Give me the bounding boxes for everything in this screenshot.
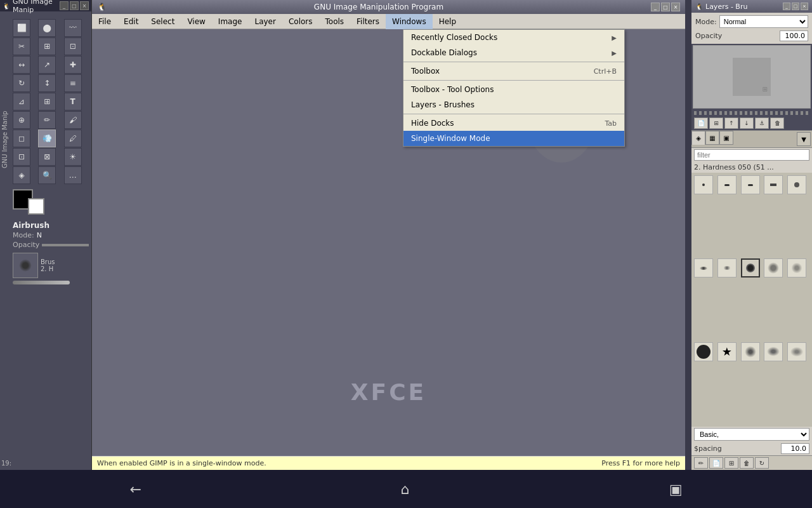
right-panel-maximize[interactable]: □ [792, 3, 799, 10]
gimp-maximize-button[interactable]: □ [661, 3, 670, 11]
tool-rect-select[interactable]: ⬜ [13, 19, 30, 37]
tool-ellipse-select[interactable]: ⬤ [38, 19, 56, 37]
windows-menu-layers-brushes[interactable]: Layers - Brushes [403, 97, 624, 112]
layer-duplicate-button[interactable]: ⊞ [709, 117, 723, 129]
menu-file[interactable]: File [92, 14, 117, 29]
tool-fuzzy-select[interactable]: ⊞ [38, 37, 56, 55]
tool-shear[interactable]: ≡ [64, 74, 82, 92]
brush-cell-10[interactable] [787, 258, 806, 277]
brush-cell-2[interactable] [717, 175, 737, 194]
menu-tools[interactable]: Tools [319, 14, 351, 29]
menu-windows[interactable]: Windows [386, 14, 433, 29]
tool-crop[interactable]: ✚ [64, 56, 82, 74]
toolbox-minimize-button[interactable]: _ [60, 1, 69, 10]
spacing-value[interactable]: 10.0 [781, 443, 809, 454]
brush-cell-12[interactable]: ★ [717, 342, 737, 361]
tool-heal[interactable]: ⊠ [38, 148, 56, 166]
right-panel-close[interactable]: × [801, 3, 808, 10]
tool-zoom[interactable]: 🔍 [38, 166, 56, 184]
layer-anchor-button[interactable]: ⚓ [755, 117, 769, 129]
tool-eraser[interactable]: ◻ [13, 130, 30, 147]
tool-more[interactable]: … [64, 166, 82, 184]
brush-cell-5[interactable] [787, 175, 806, 194]
brush-size-slider[interactable] [13, 281, 70, 284]
brush-cell-4[interactable] [764, 175, 783, 194]
brush-cell-14[interactable] [764, 342, 783, 361]
windows-menu-recently-closed[interactable]: Recently Closed Docks ▶ [403, 30, 624, 45]
right-panel-minimize[interactable]: _ [783, 3, 790, 10]
brush-cell-9[interactable] [764, 258, 783, 277]
opacity-slider[interactable] [42, 244, 89, 246]
tool-ink[interactable]: 🖊 [64, 130, 82, 147]
tool-smudge[interactable]: ◈ [13, 166, 30, 184]
brush-cell-7[interactable] [717, 258, 737, 277]
layer-down-button[interactable]: ↓ [740, 117, 754, 129]
menu-colors[interactable]: Colors [282, 14, 319, 29]
brushes-tab-options[interactable]: ▼ [797, 132, 811, 146]
brush-cell-8-selected[interactable] [741, 258, 760, 277]
layer-up-button[interactable]: ↑ [724, 117, 738, 129]
background-color[interactable] [28, 198, 44, 215]
brush-refresh-button[interactable]: ↻ [755, 457, 769, 469]
menu-help[interactable]: Help [433, 14, 462, 29]
layers-mode-select[interactable]: Normal [719, 15, 808, 28]
menu-view[interactable]: View [181, 14, 211, 29]
tool-move[interactable]: ↔ [13, 56, 30, 74]
brush-section: Brus 2. H [0, 253, 91, 278]
brush-preview[interactable] [13, 253, 38, 278]
windows-menu-hide-docks[interactable]: Hide Docks Tab [403, 116, 624, 131]
brush-cell-13[interactable] [741, 342, 760, 361]
tool-scale[interactable]: ↕ [38, 74, 56, 92]
layer-new-button[interactable]: 📄 [694, 117, 708, 129]
tool-select-by-color[interactable]: ⊡ [64, 37, 82, 55]
tool-clone[interactable]: ⊡ [13, 148, 30, 166]
android-home-button[interactable]: ⌂ [388, 476, 422, 502]
tool-perspective[interactable]: ⊿ [13, 93, 30, 110]
brush-cell-11[interactable] [694, 342, 713, 361]
tool-rotate[interactable]: ↻ [13, 74, 30, 92]
tool-paintbrush[interactable]: 🖌 [64, 111, 82, 129]
tool-align[interactable]: ↗ [38, 56, 56, 74]
menu-select[interactable]: Select [145, 14, 181, 29]
tool-scissors[interactable]: ✂ [13, 37, 30, 55]
brush-cell-6[interactable] [694, 258, 713, 277]
brush-filter-input[interactable] [694, 149, 809, 161]
brush-size-row [0, 281, 91, 284]
windows-menu-single-window[interactable]: Single-Window Mode [403, 131, 624, 146]
tool-info-area: Airbrush Mode: N Opacity [0, 220, 91, 250]
tool-dodge-burn[interactable]: ☀ [64, 148, 82, 166]
brush-tab-gradient[interactable]: ▦ [705, 131, 719, 145]
menu-edit[interactable]: Edit [117, 14, 145, 29]
brush-cell-15[interactable] [787, 342, 806, 361]
tool-color-picker[interactable]: ⊕ [13, 111, 30, 129]
gimp-close-button[interactable]: × [671, 3, 680, 11]
right-panel-title-area: 🐧 Layers - Bru [695, 3, 747, 11]
brush-cell-3[interactable] [741, 175, 760, 194]
toolbox-maximize-button[interactable]: □ [70, 1, 79, 10]
layers-opacity-value[interactable]: 100.0 [780, 30, 808, 41]
windows-menu-toolbox-options[interactable]: Toolbox - Tool Options [403, 82, 624, 97]
toolbox-close-button[interactable]: × [80, 1, 89, 10]
tool-text[interactable]: T [64, 93, 82, 110]
brush-tab-palette[interactable]: ▣ [719, 131, 733, 145]
layer-delete-button[interactable]: 🗑 [770, 117, 784, 129]
brush-duplicate-button[interactable]: ⊞ [724, 457, 738, 469]
windows-menu-toolbox[interactable]: Toolbox Ctrl+B [403, 64, 624, 79]
brush-edit-button[interactable]: ✏ [694, 457, 708, 469]
tool-flip[interactable]: ⊞ [38, 93, 56, 110]
brush-set-select[interactable]: Basic, [694, 428, 809, 441]
android-back-button[interactable]: ← [117, 476, 154, 502]
brush-tab-pattern[interactable]: ◈ [691, 131, 705, 145]
brush-new-button[interactable]: 📄 [709, 457, 723, 469]
brush-delete-button[interactable]: 🗑 [740, 457, 754, 469]
gimp-minimize-button[interactable]: _ [651, 3, 660, 11]
brush-cell-1[interactable] [694, 175, 713, 194]
tool-free-select[interactable]: 〰 [64, 19, 82, 37]
windows-menu-dockable[interactable]: Dockable Dialogs ▶ [403, 45, 624, 60]
tool-pencil[interactable]: ✏ [38, 111, 56, 129]
menu-image[interactable]: Image [212, 14, 249, 29]
tool-airbrush[interactable]: 💨 [38, 130, 56, 147]
menu-layer[interactable]: Layer [248, 14, 282, 29]
menu-filters[interactable]: Filters [350, 14, 386, 29]
android-apps-button[interactable]: ▣ [657, 476, 695, 502]
